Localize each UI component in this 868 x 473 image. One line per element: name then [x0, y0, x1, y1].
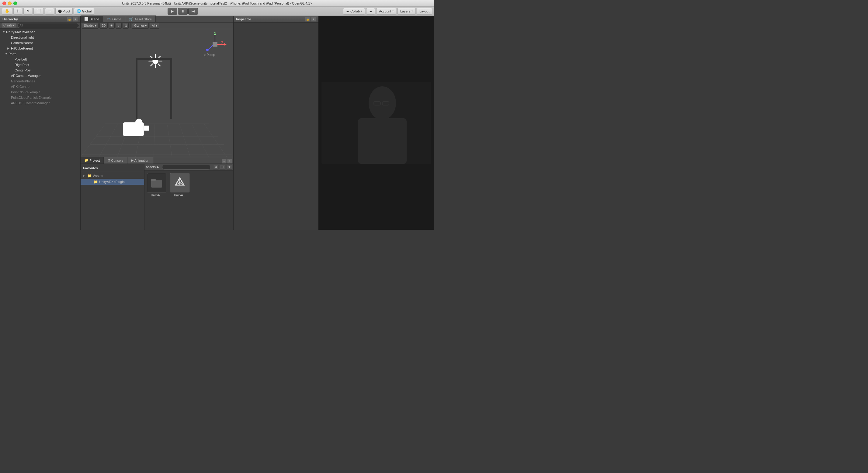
game-tab-icon: 🎮 [107, 17, 111, 21]
right-controls: ☁ Collab ▾ ☁ Account ▾ Layers ▾ Layout [343, 8, 432, 14]
bottom-expand-button[interactable]: ↕ [227, 159, 232, 163]
hierarchy-item-directional-light[interactable]: Directional light [0, 35, 80, 40]
pause-icon: ⏸ [181, 9, 185, 13]
camera-object [119, 114, 149, 138]
asset-store-tab-label: Asset Store [134, 17, 152, 21]
audio-icon: ♪ [118, 24, 120, 28]
play-icon: ▶ [171, 9, 174, 13]
unity-logo-svg [174, 177, 186, 189]
hierarchy-item-right-post[interactable]: RightPost [0, 62, 80, 67]
asset-settings-button[interactable]: ⚙ [213, 165, 219, 169]
pivot-icon: ⬤ [58, 9, 62, 13]
hierarchy-item-scene-root[interactable]: ▼ UnityARKitScene* [0, 29, 80, 35]
hierarchy-lock-button[interactable]: 🔒 [67, 17, 72, 22]
layers-button[interactable]: Layers ▾ [398, 8, 415, 14]
tab-scene[interactable]: ⬜ Scene [81, 15, 103, 22]
maximize-button[interactable] [13, 2, 17, 5]
asset-star-button[interactable]: ★ [226, 165, 232, 169]
hierarchy-item-ar3dof-camera[interactable]: AR3DOFCameraManager [0, 100, 80, 106]
hand-icon: ✋ [5, 9, 9, 13]
effects-button[interactable]: ⊡ [123, 23, 129, 29]
inspector-title: Inspector [236, 17, 251, 21]
minimize-button[interactable] [8, 2, 11, 5]
hand-tool-button[interactable]: ✋ [2, 8, 12, 14]
hierarchy-item-center-post[interactable]: CenterPost [0, 67, 80, 73]
hierarchy-menu-button[interactable]: ≡ [73, 17, 78, 22]
bottom-tabs: 📁 Project ⊡ Console ▶ Animation ↔ ↕ [81, 157, 233, 164]
hierarchy-item-portal[interactable]: ▼ Portal [0, 51, 80, 57]
hierarchy-search-input[interactable] [17, 23, 79, 28]
hierarchy-item-ar-camera-manager[interactable]: ARCameraManager [0, 73, 80, 78]
asset-item-2[interactable]: UnityA... [170, 173, 189, 197]
move-tool-button[interactable]: ✛ [13, 8, 22, 14]
hierarchy-item-arkit-control[interactable]: ARKitControl [0, 84, 80, 89]
gizmos-dropdown[interactable]: Gizmos ▾ [132, 23, 149, 29]
portal-label: Portal [8, 52, 17, 56]
project-tab-icon: 📁 [84, 158, 89, 162]
main-area: Hierarchy 🔒 ≡ Create ▾ ▼ UnityARKitScene… [0, 16, 434, 230]
hierarchy-item-generate-planes[interactable]: GeneratePlanes [0, 78, 80, 84]
hierarchy-create-button[interactable]: Create ▾ [1, 23, 16, 28]
tab-asset-store[interactable]: 🛒 Asset Store [125, 15, 156, 22]
asset-item-1[interactable]: UnityA... [147, 173, 166, 197]
rotate-tool-button[interactable]: ↻ [23, 8, 32, 14]
tree-item-unity-plugin[interactable]: 📁 UnityARKitPlugin [81, 179, 144, 185]
hierarchy-item-post-left[interactable]: PostLeft [0, 57, 80, 62]
scene-viewport[interactable]: Y X ◁ Persp [81, 29, 233, 157]
hierarchy-title: Hierarchy [2, 17, 18, 21]
inspector-menu-button[interactable]: ≡ [311, 17, 316, 22]
camera-svg [119, 113, 149, 140]
all-dropdown[interactable]: All ▾ [150, 23, 159, 29]
hierarchy-item-point-cloud-particle[interactable]: PointCloudParticleExample [0, 95, 80, 100]
tree-item-assets[interactable]: ▶ 📁 Assets [81, 173, 144, 179]
main-toolbar: ✋ ✛ ↻ ⬜ ▭ ⬤ Pivot 🌐 Global ▶ ⏸ ⏭ ☁ Colla… [0, 7, 434, 16]
lighting-icon: ☀ [110, 24, 113, 28]
play-controls: ▶ ⏸ ⏭ [167, 8, 198, 14]
tab-console[interactable]: ⊡ Console [104, 157, 127, 163]
bottom-tab-controls: ↔ ↕ [222, 159, 233, 163]
inspector-lock-button[interactable]: 🔒 [305, 17, 310, 22]
tab-animation[interactable]: ▶ Animation [127, 157, 153, 163]
ar-camera-manager-label: ARCameraManager [11, 74, 41, 77]
rect-tool-button[interactable]: ▭ [45, 8, 54, 14]
step-button[interactable]: ⏭ [188, 8, 198, 14]
collab-label: Collab [350, 9, 360, 13]
close-button[interactable] [2, 2, 6, 5]
asset-filter-button[interactable]: ⊡ [220, 165, 225, 169]
account-button[interactable]: Account ▾ [376, 8, 396, 14]
tab-game[interactable]: 🎮 Game [103, 15, 125, 22]
scale-icon: ⬜ [36, 9, 41, 13]
scale-tool-button[interactable]: ⬜ [33, 8, 44, 14]
game-tab-label: Game [112, 17, 121, 21]
person-silhouette-svg [321, 82, 431, 164]
hierarchy-header: Hierarchy 🔒 ≡ [0, 16, 80, 23]
hierarchy-content: ▼ UnityARKitScene* Directional light Cam… [0, 29, 80, 230]
hierarchy-item-hitcube-parent[interactable]: ▶ HitCubeParent [0, 45, 80, 51]
tree-divider [81, 172, 144, 172]
hierarchy-item-camera-parent[interactable]: CameraParent [0, 40, 80, 45]
gizmo-svg: Y X [203, 32, 227, 57]
asset-view: Assets ▶ ⚙ ⊡ ★ [145, 164, 233, 230]
inspector-header: Inspector 🔒 ≡ [234, 16, 318, 23]
cloud-button[interactable]: ☁ [366, 8, 375, 14]
2d-button[interactable]: 2D [99, 23, 108, 29]
bottom-collapse-button[interactable]: ↔ [222, 159, 226, 163]
play-button[interactable]: ▶ [167, 8, 177, 14]
pivot-button[interactable]: ⬤ Pivot [55, 8, 73, 14]
global-button[interactable]: 🌐 Global [74, 8, 94, 14]
pause-button[interactable]: ⏸ [178, 8, 188, 14]
asset-search-input[interactable] [162, 165, 211, 169]
shaded-dropdown[interactable]: Shaded ▾ [82, 23, 98, 29]
tab-project[interactable]: 📁 Project [81, 157, 104, 163]
collab-arrow-icon: ▾ [361, 10, 362, 12]
hierarchy-item-point-cloud-example[interactable]: PointCloudExample [0, 89, 80, 95]
portal-object [136, 58, 172, 119]
layout-button[interactable]: Layout [417, 8, 432, 14]
titlebar: Unity 2017.3.0f3 Personal (64bit) - Unit… [0, 0, 434, 7]
audio-button[interactable]: ♪ [116, 23, 122, 29]
webcam-feed [318, 16, 434, 230]
console-tab-icon: ⊡ [107, 158, 110, 162]
gizmos-label: Gizmos [134, 24, 145, 27]
lighting-button[interactable]: ☀ [108, 23, 115, 29]
collab-button[interactable]: ☁ Collab ▾ [343, 8, 365, 14]
